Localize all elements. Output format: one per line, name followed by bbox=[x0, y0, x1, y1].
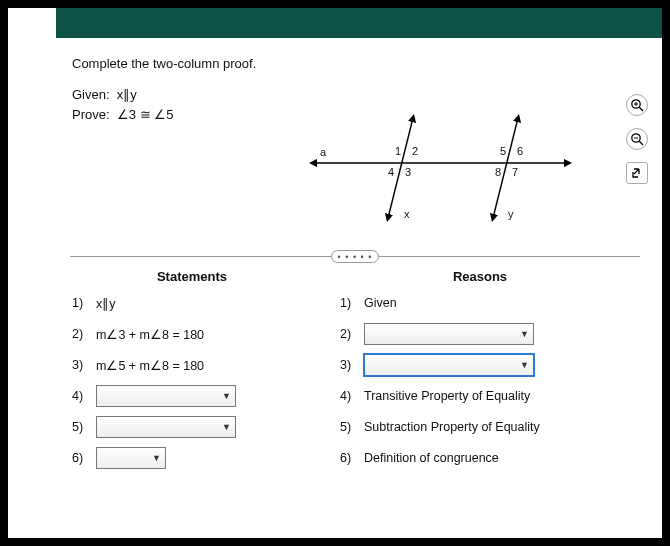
angle-8: 8 bbox=[495, 166, 501, 178]
stmt-num-5: 5) bbox=[72, 420, 90, 434]
stmt-dropdown-6[interactable] bbox=[96, 447, 166, 469]
reasons-header: Reasons bbox=[340, 269, 620, 284]
given-label: Given: bbox=[72, 87, 110, 102]
svg-line-4 bbox=[639, 107, 643, 111]
toolbar bbox=[626, 94, 648, 184]
stmt-text-1: x∥y bbox=[96, 296, 116, 311]
statements-header: Statements bbox=[72, 269, 312, 284]
prompt-text: Complete the two-column proof. bbox=[72, 56, 640, 71]
stmt-num-3: 3) bbox=[72, 358, 90, 372]
angle-5: 5 bbox=[500, 145, 506, 157]
transversal-y-label: y bbox=[508, 208, 514, 220]
stmt-num-4: 4) bbox=[72, 389, 90, 403]
prove-label: Prove: bbox=[72, 107, 110, 122]
stmt-text-2: m∠3 + m∠8 = 180 bbox=[96, 327, 204, 342]
zoom-in-button[interactable] bbox=[626, 94, 648, 116]
transversal-x-label: x bbox=[404, 208, 410, 220]
zoom-out-button[interactable] bbox=[626, 128, 648, 150]
stmt-dropdown-5[interactable] bbox=[96, 416, 236, 438]
angle-4: 4 bbox=[388, 166, 394, 178]
given-value: x∥y bbox=[117, 87, 137, 102]
prove-value: ∠3 ≅ ∠5 bbox=[117, 107, 174, 122]
reason-num-6: 6) bbox=[340, 451, 358, 465]
reason-num-1: 1) bbox=[340, 296, 358, 310]
stmt-num-6: 6) bbox=[72, 451, 90, 465]
angle-2: 2 bbox=[412, 145, 418, 157]
header-bar bbox=[56, 8, 662, 38]
stmt-dropdown-4[interactable] bbox=[96, 385, 236, 407]
content-area: Complete the two-column proof. Given: x∥… bbox=[8, 38, 662, 478]
reason-text-1: Given bbox=[364, 296, 397, 310]
stmt-num-2: 2) bbox=[72, 327, 90, 341]
stmt-num-1: 1) bbox=[72, 296, 90, 310]
line-label-a: a bbox=[320, 146, 326, 158]
reason-dropdown-2[interactable] bbox=[364, 323, 534, 345]
diagram: a x y 1 2 3 4 5 6 7 8 bbox=[308, 108, 598, 228]
svg-line-8 bbox=[639, 141, 643, 145]
angle-3: 3 bbox=[405, 166, 411, 178]
worksheet-frame: Complete the two-column proof. Given: x∥… bbox=[8, 8, 662, 538]
reason-text-5: Subtraction Property of Equality bbox=[364, 420, 540, 434]
stmt-text-3: m∠5 + m∠8 = 180 bbox=[96, 358, 204, 373]
reason-num-5: 5) bbox=[340, 420, 358, 434]
reasons-column: Reasons 1)Given 2) 3) 4)Transitive Prope… bbox=[340, 269, 620, 478]
reason-num-3: 3) bbox=[340, 358, 358, 372]
divider: • • • • • bbox=[70, 256, 640, 257]
statements-column: Statements 1)x∥y 2)m∠3 + m∠8 = 180 3)m∠5… bbox=[72, 269, 312, 478]
popout-button[interactable] bbox=[626, 162, 648, 184]
angle-6: 6 bbox=[517, 145, 523, 157]
reason-num-4: 4) bbox=[340, 389, 358, 403]
reason-num-2: 2) bbox=[340, 327, 358, 341]
reason-dropdown-3[interactable] bbox=[364, 354, 534, 376]
ellipsis-tab[interactable]: • • • • • bbox=[331, 250, 379, 263]
reason-text-4: Transitive Property of Equality bbox=[364, 389, 530, 403]
angle-1: 1 bbox=[395, 145, 401, 157]
reason-text-6: Definition of congruence bbox=[364, 451, 499, 465]
angle-7: 7 bbox=[512, 166, 518, 178]
proof-table: Statements 1)x∥y 2)m∠3 + m∠8 = 180 3)m∠5… bbox=[72, 269, 640, 478]
